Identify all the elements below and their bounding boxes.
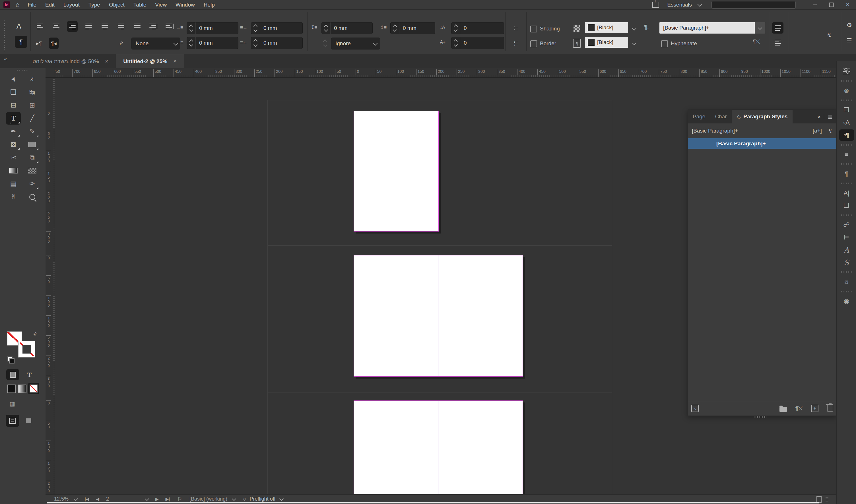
eyedropper-tool[interactable]: ✑ [25, 178, 39, 190]
menu-view[interactable]: View [152, 1, 170, 8]
align-center-button[interactable] [51, 21, 61, 32]
align-toward-spine-button[interactable] [148, 21, 159, 32]
last-page-button[interactable]: ▶| [165, 497, 170, 502]
apply-gradient-button[interactable] [18, 384, 26, 393]
document-tab-2[interactable]: Untitled-2 @ 25%✕ [116, 54, 184, 68]
menu-object[interactable]: Object [106, 1, 128, 8]
panel-menu-icon[interactable]: ☰ [846, 37, 852, 44]
content-placer-tool[interactable]: ⊞ [25, 99, 39, 111]
working-space-label[interactable]: [Basic] (working) [190, 496, 227, 502]
justify-last-right-button[interactable] [115, 21, 126, 32]
spread-pages-4-5[interactable] [354, 400, 523, 494]
ruler-origin[interactable] [46, 68, 55, 78]
paragraph-style-select[interactable]: [Basic Paragraph]+ [659, 22, 765, 34]
content-collector-tool[interactable]: ⊟ [6, 99, 21, 111]
gear-icon[interactable]: ⚙ [846, 22, 852, 29]
delete-style-icon[interactable] [827, 405, 833, 412]
properties-panel-icon[interactable] [839, 66, 854, 77]
menu-help[interactable]: Help [200, 1, 218, 8]
scissors-tool[interactable]: ✂ [6, 151, 21, 164]
apply-none-button[interactable] [28, 383, 39, 394]
gradient-feather-tool[interactable] [25, 164, 39, 177]
character-panel-icon[interactable]: A| [839, 187, 854, 199]
gradient-swatch-tool[interactable] [6, 164, 21, 177]
dock-grip[interactable] [841, 80, 852, 82]
style-chevron-icon[interactable] [755, 22, 765, 34]
menu-layout[interactable]: Layout [60, 1, 83, 8]
type-tool[interactable]: T← [6, 112, 21, 125]
stroke-swatch[interactable] [18, 341, 35, 357]
justify-all-button[interactable] [132, 21, 143, 32]
page-number-field[interactable]: 2 [106, 496, 109, 502]
note-tool[interactable]: ▤ [6, 178, 21, 190]
ltr-direction-button[interactable]: ▸¶ [34, 38, 44, 49]
first-line-indent-field[interactable]: 0 mm [186, 37, 238, 49]
kashidas-select[interactable]: None [131, 38, 180, 50]
page-tool[interactable]: ❏ [6, 86, 21, 98]
next-page-button[interactable]: ▶ [155, 497, 159, 502]
dock-grip[interactable] [841, 291, 852, 292]
preflight-chevron-icon[interactable] [279, 497, 284, 501]
left-indent-field[interactable]: 0 mm [186, 22, 238, 34]
shading-checkbox[interactable] [530, 25, 537, 32]
corner-grip[interactable] [825, 498, 828, 502]
maximize-button[interactable] [823, 0, 839, 10]
line-tool[interactable]: ╱ [25, 112, 39, 125]
create-new-style-icon[interactable]: + [811, 405, 818, 412]
search-input[interactable] [712, 1, 796, 8]
formatting-affects-text-button[interactable]: T [23, 369, 36, 380]
zoom-chevron-icon[interactable] [74, 497, 78, 501]
object-styles-panel-icon[interactable]: ⧈ [839, 276, 854, 288]
character-formatting-toggle[interactable]: A [17, 22, 21, 31]
dock-grip[interactable] [841, 271, 852, 273]
free-transform-tool[interactable]: ⧉ [25, 151, 39, 164]
drop-cap-lines-field[interactable]: 0 [451, 22, 504, 34]
space-after-field[interactable]: 0 mm [390, 22, 435, 34]
tab-overflow-icon[interactable]: » [817, 113, 821, 120]
dock-grip[interactable] [841, 144, 852, 146]
document-tab-1[interactable]: משרת אש לוהט.indd @ 50%✕ [25, 54, 116, 68]
spread-pages-2-3[interactable] [354, 255, 523, 377]
preflight-status[interactable]: Preflight off [250, 496, 276, 502]
shading-swatch-select[interactable]: [Black] [585, 22, 628, 33]
menu-file[interactable]: File [24, 1, 39, 8]
align-away-from-spine-button[interactable] [164, 21, 175, 32]
stroke-panel-icon[interactable]: ≡ [839, 149, 854, 160]
close-button[interactable]: ✕ [839, 0, 856, 10]
border-swatch-chevron-icon[interactable] [632, 41, 637, 46]
border-swatch-select[interactable]: [Black] [585, 37, 628, 48]
horizontal-ruler[interactable]: 7507006506005505004504003503002502001501… [55, 68, 836, 78]
pages-panel-icon[interactable]: ❐ [839, 104, 854, 116]
style-lightning-icon[interactable]: ↯ [828, 128, 833, 134]
align-panel-icon[interactable]: ⊨ [839, 232, 854, 243]
primary-text-flag-icon[interactable]: ⚐ [177, 496, 182, 502]
swap-fill-stroke-icon[interactable]: ⇄ [32, 330, 39, 337]
border-style-button[interactable]: ¶ [571, 38, 583, 49]
story-direction-alt-button[interactable] [772, 37, 783, 48]
selection-tool[interactable]: ➤ [6, 73, 21, 85]
zoom-tool[interactable] [25, 191, 39, 203]
same-style-spacing-select[interactable]: Ignore [331, 38, 380, 50]
gap-tool[interactable]: ↹ [25, 86, 39, 98]
view-options-icon[interactable]: ▦ [10, 400, 15, 407]
swatches-panel-icon[interactable]: S [839, 257, 854, 268]
style-row[interactable]: [Basic Paragraph]+ [688, 138, 837, 149]
menu-edit[interactable]: Edit [42, 1, 58, 8]
page-1[interactable] [354, 111, 439, 232]
minimize-button[interactable] [806, 0, 823, 10]
toolbar-grip[interactable] [16, 70, 29, 71]
publish-online-icon[interactable]: ⊛ [839, 85, 854, 96]
last-line-indent-field[interactable]: 0 mm [251, 37, 303, 49]
numbered-list-button[interactable]: 1— 2— [510, 38, 522, 49]
align-left-button[interactable] [34, 21, 45, 32]
justify-last-center-button[interactable] [99, 21, 110, 32]
close-tab-icon[interactable]: ✕ [173, 59, 177, 64]
dock-grip[interactable] [841, 100, 852, 101]
drop-cap-chars-field[interactable]: 0 [451, 37, 504, 49]
screen-mode-preview-button[interactable] [22, 415, 35, 427]
paragraph-formatting-toggle[interactable]: ¶ [15, 36, 27, 48]
panel-grip[interactable] [4, 20, 5, 52]
border-checkbox[interactable] [530, 40, 537, 47]
paragraph-styles-panel-icon[interactable]: ▫¶ [839, 129, 854, 141]
pen-tool[interactable]: ✒ [6, 125, 21, 138]
